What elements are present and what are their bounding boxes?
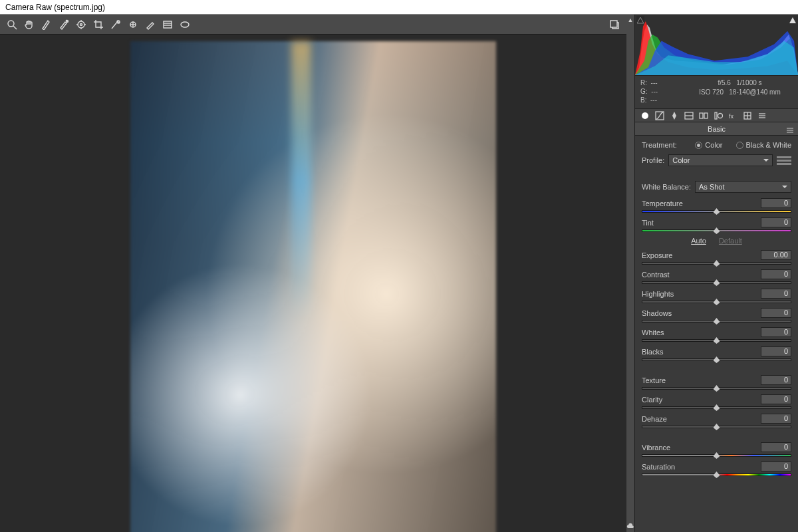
clarity-value[interactable]: 0 xyxy=(761,394,791,404)
profile-label: Profile: xyxy=(642,156,664,164)
radial-filter-tool-icon[interactable] xyxy=(177,17,193,33)
profile-row: Profile: Color xyxy=(642,154,791,166)
whites-value[interactable]: 0 xyxy=(761,327,791,337)
readout-row: R: --- G: --- B: --- f/5.6 1/1000 s ISO … xyxy=(635,76,798,109)
shadow-clip-icon[interactable] xyxy=(636,16,644,24)
highlight-clip-icon[interactable] xyxy=(789,16,797,24)
blacks-track[interactable] xyxy=(642,358,791,362)
shadows-track[interactable] xyxy=(642,319,791,323)
clarity-slider: Clarity0 xyxy=(642,394,791,410)
treatment-bw-radio[interactable]: Black & White xyxy=(736,141,791,149)
cloud-sync-icon[interactable] xyxy=(626,523,634,529)
clarity-track[interactable] xyxy=(642,406,791,410)
contrast-track[interactable] xyxy=(642,281,791,285)
svg-rect-24 xyxy=(715,112,717,119)
blacks-value[interactable]: 0 xyxy=(761,346,791,356)
panel-menu-icon[interactable] xyxy=(786,125,794,133)
svg-point-3 xyxy=(78,21,84,28)
scroll-up-icon[interactable]: ▲ xyxy=(628,17,634,23)
window-titlebar: Camera Raw (spectrum.jpg) xyxy=(0,0,798,15)
blacks-label: Blacks xyxy=(642,348,663,356)
tab-presets-icon[interactable] xyxy=(756,110,768,121)
highlights-track[interactable] xyxy=(642,300,791,304)
vibrance-label: Vibrance xyxy=(642,444,670,452)
shadows-slider: Shadows0 xyxy=(642,308,791,323)
tab-fx-icon[interactable]: fx xyxy=(727,110,739,121)
temperature-slider: Temperature 0 xyxy=(642,198,791,213)
white-balance-select[interactable]: As Shot xyxy=(695,181,791,193)
svg-rect-13 xyxy=(164,21,172,28)
targeted-adjust-tool-icon[interactable] xyxy=(73,17,89,33)
texture-label: Texture xyxy=(642,376,666,384)
saturation-value[interactable]: 0 xyxy=(761,462,791,471)
saturation-track[interactable] xyxy=(642,473,791,477)
exposure-slider: Exposure0.00 xyxy=(642,250,791,265)
crop-tool-icon[interactable] xyxy=(90,17,106,33)
dehaze-label: Dehaze xyxy=(642,415,667,423)
whites-label: Whites xyxy=(642,329,664,336)
shadows-value[interactable]: 0 xyxy=(761,308,791,318)
app-content: ▲ R: --- G: --- B: --- xyxy=(0,15,798,532)
tint-slider: Tint 0 xyxy=(642,217,791,233)
tab-detail-icon[interactable] xyxy=(668,110,680,121)
whites-slider: Whites0 xyxy=(642,327,791,342)
snapshot-button-icon[interactable] xyxy=(606,17,622,33)
tab-mixer-icon[interactable] xyxy=(683,110,695,121)
treatment-row: Treatment: Color Black & White xyxy=(642,141,791,149)
svg-rect-22 xyxy=(700,113,703,118)
clarity-label: Clarity xyxy=(642,396,662,404)
tint-value[interactable]: 0 xyxy=(761,217,791,227)
tab-curve-icon[interactable] xyxy=(654,110,666,121)
red-eye-tool-icon[interactable] xyxy=(125,17,141,33)
temperature-value[interactable]: 0 xyxy=(761,198,791,208)
white-balance-tool-icon[interactable] xyxy=(39,17,55,33)
tint-label: Tint xyxy=(642,219,654,227)
tab-basic-icon[interactable] xyxy=(639,110,651,121)
exposure-value[interactable]: 0.00 xyxy=(761,250,791,260)
svg-text:fx: fx xyxy=(729,113,734,120)
graduated-filter-tool-icon[interactable] xyxy=(160,17,176,33)
dehaze-track[interactable] xyxy=(642,425,791,429)
default-link[interactable]: Default xyxy=(719,237,742,245)
texture-value[interactable]: 0 xyxy=(761,375,791,385)
white-balance-label: White Balance: xyxy=(642,183,691,191)
texture-track[interactable] xyxy=(642,386,791,390)
saturation-slider: Saturation0 xyxy=(642,462,791,477)
profile-select[interactable]: Color xyxy=(668,154,773,166)
highlights-value[interactable]: 0 xyxy=(761,289,791,299)
scroll-gutter[interactable]: ▲ xyxy=(626,15,634,532)
left-column xyxy=(0,15,626,532)
tab-calibration-icon[interactable] xyxy=(741,110,753,121)
hand-tool-icon[interactable] xyxy=(21,17,37,33)
whites-track[interactable] xyxy=(642,338,791,342)
tab-lens-icon[interactable] xyxy=(712,110,724,121)
auto-link[interactable]: Auto xyxy=(691,237,706,245)
svg-point-0 xyxy=(8,21,14,27)
svg-point-18 xyxy=(642,112,648,119)
spot-heal-tool-icon[interactable] xyxy=(108,17,124,33)
vibrance-value[interactable]: 0 xyxy=(761,442,791,452)
treatment-color-radio[interactable]: Color xyxy=(695,141,722,149)
histogram[interactable] xyxy=(635,15,798,76)
image-preview[interactable] xyxy=(130,41,496,532)
profile-browser-button[interactable] xyxy=(777,154,791,166)
zoom-tool-icon[interactable] xyxy=(4,17,20,33)
svg-point-25 xyxy=(718,113,723,118)
color-sampler-tool-icon[interactable] xyxy=(56,17,72,33)
exposure-track[interactable] xyxy=(642,261,791,265)
temperature-track[interactable] xyxy=(642,209,791,213)
blacks-slider: Blacks0 xyxy=(642,346,791,362)
canvas-area[interactable] xyxy=(0,35,626,532)
tab-split-icon[interactable] xyxy=(698,110,710,121)
contrast-value[interactable]: 0 xyxy=(761,269,791,279)
svg-point-16 xyxy=(181,22,189,27)
tint-track[interactable] xyxy=(642,229,791,233)
svg-point-4 xyxy=(80,23,82,25)
contrast-slider: Contrast0 xyxy=(642,269,791,285)
adjustment-brush-tool-icon[interactable] xyxy=(142,17,158,33)
dehaze-value[interactable]: 0 xyxy=(761,414,791,424)
window-title: Camera Raw (spectrum.jpg) xyxy=(5,3,105,12)
vibrance-track[interactable] xyxy=(642,454,791,458)
shadows-label: Shadows xyxy=(642,309,672,317)
saturation-label: Saturation xyxy=(642,463,675,471)
